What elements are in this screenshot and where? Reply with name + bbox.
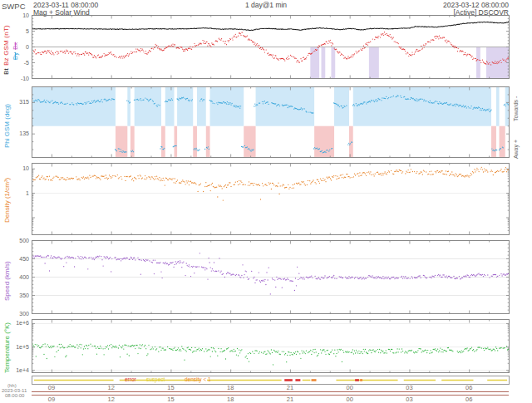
footer-time: 08:00:00	[5, 393, 24, 398]
hour-tick-label: 12	[103, 396, 120, 403]
plot-cadence: 1 day@1 min	[204, 1, 328, 9]
hour-tick-label: 00	[342, 384, 358, 391]
hour-tick-label: 21	[282, 396, 298, 403]
phi-axis-label: Phi GSM (deg)	[3, 104, 11, 148]
hour-tick-label: 03	[401, 396, 417, 403]
y-tick-label: 300	[0, 311, 29, 317]
bt-label: Bt	[2, 68, 10, 75]
flag-error-label: error	[125, 376, 136, 383]
hour-tick-label: 12	[103, 384, 120, 391]
y-tick-label: 10	[0, 12, 29, 18]
hour-tick-label: 15	[162, 384, 179, 391]
hour-tick-label: 06	[461, 396, 477, 403]
flag-suspect-label: suspect	[146, 376, 165, 383]
flag-density-label: density < 1	[185, 376, 211, 383]
hour-tick-label: 18	[222, 384, 239, 391]
hour-tick-label: 21	[282, 384, 298, 391]
away-sector-label: Away +	[513, 140, 519, 159]
hour-tick-label: 03	[401, 384, 417, 391]
y-tick-label: 135	[0, 130, 29, 136]
swpc-logo-text: SWPC	[2, 2, 26, 11]
hour-tick-label: 09	[43, 396, 60, 403]
y-tick-label: 350	[0, 292, 29, 298]
y-tick-label: 450	[0, 256, 29, 262]
y-tick-label: 0	[0, 44, 29, 50]
y-tick-label: 1e+6	[0, 320, 29, 326]
bt-bz-panel	[32, 15, 510, 79]
y-tick-label: 315	[0, 99, 29, 105]
hour-tick-label: 18	[222, 396, 239, 403]
speed-panel	[32, 240, 510, 314]
y-tick-label: 500	[0, 238, 29, 243]
hour-tick-label: 00	[342, 396, 358, 403]
swpc-solar-wind-plot: SWPC 2023-03-11 08:00:00 Mag + Solar Win…	[0, 0, 532, 403]
y-tick-label: 10	[0, 165, 29, 171]
y-tick-label: 5	[0, 28, 29, 34]
towards-sector-label: Towards -	[513, 96, 519, 121]
y-tick-label: 400	[0, 274, 29, 280]
y-tick-label: -5	[0, 60, 29, 66]
phi-panel	[32, 86, 510, 158]
hour-tick-label: 09	[43, 384, 60, 391]
hour-tick-label: 15	[162, 396, 179, 403]
y-tick-label: -10	[0, 76, 29, 81]
y-tick-label: 1e+5	[0, 344, 29, 350]
density-axis-label: Density (1/cm³)	[3, 178, 11, 223]
density-panel	[32, 163, 510, 235]
y-tick-label: 1e+4	[0, 367, 29, 373]
temperature-panel	[32, 319, 510, 373]
hour-tick-label: 06	[461, 384, 477, 391]
y-tick-label: 1	[0, 190, 29, 196]
